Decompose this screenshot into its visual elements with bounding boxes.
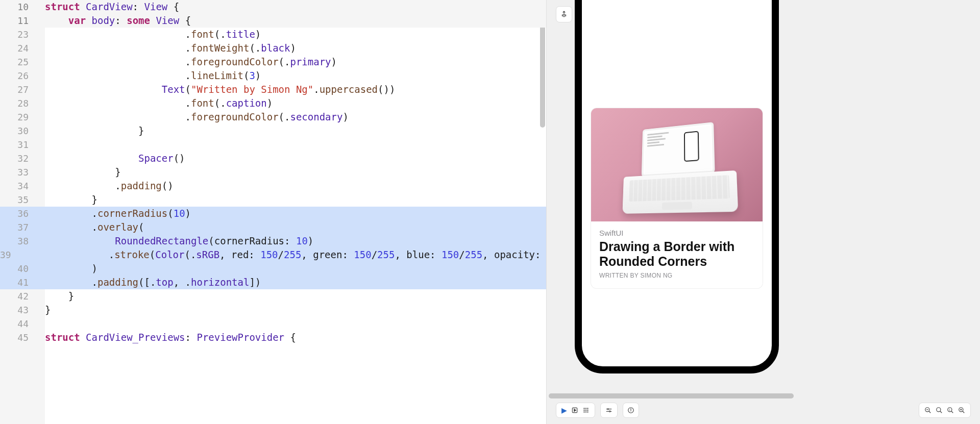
svg-marker-3 (574, 409, 576, 412)
svg-point-6 (587, 408, 588, 409)
code-line[interactable]: 29 .foregroundColor(.secondary) (0, 110, 546, 124)
device-settings-button[interactable] (600, 403, 618, 418)
code-line[interactable]: 39 .stroke(Color(.sRGB, red: 150/255, gr… (0, 248, 546, 262)
code-line[interactable]: 45struct CardView_Previews: PreviewProvi… (0, 331, 546, 344)
line-number: 29 (0, 110, 33, 124)
svg-point-14 (607, 409, 608, 410)
code-line[interactable]: 35 } (0, 193, 546, 207)
variants-button[interactable] (623, 403, 639, 418)
code-line[interactable]: 42 } (0, 289, 546, 303)
svg-line-21 (929, 411, 931, 413)
sliders-icon (605, 407, 613, 414)
code-line[interactable]: 26 .lineLimit(3) (0, 69, 546, 83)
code-line[interactable]: 30 } (0, 124, 546, 138)
code-content: .lineLimit(3) (45, 69, 546, 83)
code-content: .padding([.top, .horizontal]) (45, 276, 546, 289)
code-line[interactable]: 41 .padding([.top, .horizontal]) (0, 276, 546, 289)
line-number: 42 (0, 289, 33, 303)
card-title: Drawing a Border with Rounded Corners (599, 239, 754, 269)
code-content: struct CardView_Previews: PreviewProvide… (45, 331, 546, 344)
card-image (591, 108, 763, 221)
line-number: 39 (0, 248, 15, 262)
svg-point-9 (587, 410, 588, 411)
code-line[interactable]: 32 Spacer() (0, 152, 546, 165)
zoom-controls-group[interactable]: 1 (919, 403, 971, 418)
line-number: 25 (0, 55, 33, 69)
code-content: .cornerRadius(10) (45, 207, 546, 220)
code-line[interactable]: 27 Text("Written by Simon Ng".uppercased… (0, 83, 546, 96)
line-number: 27 (0, 83, 33, 96)
svg-point-12 (587, 411, 588, 412)
horizontal-scrollbar[interactable] (549, 393, 794, 398)
preview-canvas[interactable]: Card View SwiftUI Drawing a Border wi (547, 0, 980, 424)
svg-point-23 (937, 408, 941, 412)
code-line[interactable]: 11 var body: some View { (0, 14, 546, 28)
svg-point-19 (631, 409, 631, 409)
grid-icon (582, 407, 590, 414)
line-number: 44 (0, 317, 33, 331)
line-number: 30 (0, 124, 33, 138)
code-line[interactable]: 24 .fontWeight(.black) (0, 41, 546, 55)
code-line[interactable]: 31 (0, 138, 546, 152)
code-content: .font(.caption) (45, 96, 546, 110)
code-content: .foregroundColor(.secondary) (45, 110, 546, 124)
line-number: 37 (0, 220, 33, 234)
code-line[interactable]: 43} (0, 303, 546, 317)
line-number: 43 (0, 303, 33, 317)
code-line[interactable]: 28 .font(.caption) (0, 96, 546, 110)
line-number: 45 (0, 331, 33, 344)
code-line[interactable]: 36 .cornerRadius(10) (0, 207, 546, 220)
svg-line-29 (963, 411, 965, 413)
line-number: 24 (0, 41, 33, 55)
line-number: 40 (0, 262, 33, 276)
code-line[interactable]: 23 .font(.title) (0, 28, 546, 41)
code-line[interactable]: 10struct CardView: View { (0, 0, 546, 14)
line-number: 38 (0, 234, 33, 248)
line-number: 33 (0, 165, 33, 179)
svg-point-8 (585, 410, 586, 411)
code-line[interactable]: 33 } (0, 165, 546, 179)
preview-controls-group[interactable]: ▶ (556, 403, 595, 418)
code-content: .padding() (45, 179, 546, 193)
card-preview: SwiftUI Drawing a Border with Rounded Co… (591, 108, 763, 288)
code-content: } (45, 124, 546, 138)
code-line[interactable]: 38 RoundedRectangle(cornerRadius: 10) (0, 234, 546, 248)
code-line[interactable]: 44 (0, 317, 546, 331)
line-number: 34 (0, 179, 33, 193)
code-content: .foregroundColor(.primary) (45, 55, 546, 69)
live-icon (571, 407, 578, 414)
device-frame: SwiftUI Drawing a Border with Rounded Co… (575, 0, 779, 373)
code-content: } (45, 193, 546, 207)
code-editor[interactable]: 10struct CardView: View {11 var body: so… (0, 0, 546, 424)
svg-point-5 (585, 408, 586, 409)
zoom-out-icon (924, 407, 932, 414)
line-number: 10 (0, 0, 33, 14)
code-content: .fontWeight(.black) (45, 41, 546, 55)
code-content: } (45, 303, 546, 317)
svg-line-24 (940, 411, 942, 413)
code-content: .font(.title) (45, 28, 546, 41)
code-area[interactable]: 10struct CardView: View {11 var body: so… (0, 0, 546, 344)
code-line[interactable]: 34 .padding() (0, 179, 546, 193)
play-icon: ▶ (561, 406, 567, 414)
code-line[interactable]: 40 ) (0, 262, 546, 276)
svg-point-4 (583, 408, 584, 409)
line-number: 26 (0, 69, 33, 83)
code-line[interactable]: 37 .overlay( (0, 220, 546, 234)
line-number: 41 (0, 276, 33, 289)
info-icon (627, 407, 634, 414)
code-line[interactable]: 25 .foregroundColor(.primary) (0, 55, 546, 69)
line-number: 36 (0, 207, 33, 220)
line-number: 23 (0, 28, 33, 41)
line-number: 28 (0, 96, 33, 110)
svg-text:1: 1 (949, 409, 950, 411)
line-number: 11 (0, 14, 33, 28)
zoom-in-icon (958, 407, 965, 414)
code-content: } (45, 289, 546, 303)
svg-line-26 (951, 411, 953, 413)
preview-pane: Card View SwiftUI Drawing a Border wi (546, 0, 980, 424)
code-content: ) (45, 262, 546, 276)
code-content: Text("Written by Simon Ng".uppercased()) (45, 83, 546, 96)
pin-button[interactable] (556, 6, 572, 22)
card-author: WRITTEN BY SIMON NG (599, 272, 754, 279)
